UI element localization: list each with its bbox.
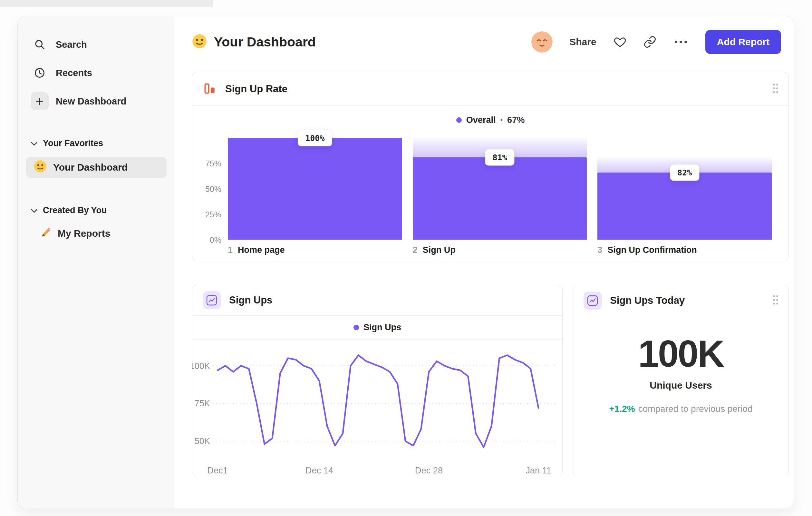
page-title: Your Dashboard [214,34,316,50]
copy-link-icon[interactable] [643,35,656,48]
funnel-step-label: 1Home page [228,245,402,255]
funnel-legend: Overall • 67% [192,106,788,134]
search-icon [31,35,49,54]
delta-value: +1.2% [609,404,635,414]
funnel-value-tooltip: 81% [485,149,514,165]
funnel-x-labels: 1Home page2Sign Up3Sign Up Confirmation [192,245,788,255]
metric-value: 100K [573,332,788,375]
funnel-bar-column: 82% [598,138,772,240]
signups-line-chart[interactable]: 100K75K50KDec1Dec 14Dec 28Jan 11 [192,341,562,476]
funnel-step-number: 1 [228,245,233,255]
svg-text:Jan 11: Jan 11 [526,465,551,476]
line-chart-icon [584,292,602,309]
funnel-y-tick: 75% [205,159,221,168]
funnel-y-tick: 0% [210,236,221,245]
svg-text:75K: 75K [195,398,210,408]
funnel-y-tick: 50% [205,185,221,194]
card-title: Sign Ups Today [610,295,685,306]
legend-dot [456,117,462,123]
funnel-bar[interactable] [598,172,772,240]
funnel-step-name: Sign Up Confirmation [607,245,697,255]
window-edge-artifact [0,0,213,7]
funnel-bar[interactable] [228,138,402,240]
app-window: Search Recents New Dashboard Your Favori… [18,16,794,509]
funnel-step-label: 2Sign Up [413,245,587,255]
funnel-step-name: Sign Up [423,245,456,255]
avatar[interactable] [531,31,553,53]
legend-value: 67% [507,115,525,125]
drag-handle-icon[interactable] [772,295,779,306]
signups-card: Sign Ups Sign Ups 100K75K50KDec1Dec 14De… [192,285,562,476]
signups-today-card: Sign Ups Today 100K Unique Users +1.2%co… [573,285,789,476]
svg-text:Dec1: Dec1 [207,465,228,476]
more-options-icon[interactable] [673,40,689,44]
sidebar-item-label: Search [56,39,87,50]
svg-text:Dec 14: Dec 14 [306,465,333,476]
funnel-step-number: 3 [598,245,602,255]
funnel-bar-column: 100% [228,138,402,240]
funnel-step-number: 2 [413,245,417,255]
funnel-y-axis: 75%50%25%0% [201,138,228,240]
svg-text:50K: 50K [195,436,210,446]
funnel-bar-column: 81% [413,138,587,240]
share-button[interactable]: Share [569,36,596,47]
signup-rate-card: Sign Up Rate Overall • 67% 75%50%25%0% 1… [192,72,789,261]
section-label: Your Favorites [43,138,103,148]
sidebar-item-recents[interactable]: Recents [31,62,167,83]
funnel-plot[interactable]: 100%81%82% [228,138,772,240]
sidebar: Search Recents New Dashboard Your Favori… [18,16,175,509]
smiley-icon [34,160,47,175]
plus-icon [31,92,49,110]
legend-label: Overall [466,115,496,125]
clock-icon [31,64,49,82]
delta-description: compared to previous period [638,404,753,414]
legend-separator: • [500,116,503,124]
section-label: Created By You [43,206,107,215]
line-chart-icon [203,291,221,309]
sidebar-item-new-dashboard[interactable]: New Dashboard [31,91,167,112]
chevron-down-icon [31,206,38,215]
svg-text:100K: 100K [192,360,210,371]
favorite-heart-icon[interactable] [613,35,627,48]
funnel-step-name: Home page [238,245,285,255]
sidebar-item-your-dashboard[interactable]: Your Dashboard [26,157,167,178]
card-title: Sign Ups [229,294,272,306]
legend-dot [353,325,359,330]
metric-label: Unique Users [573,380,788,391]
section-created-by-you[interactable]: Created By You [31,202,167,218]
drag-handle-icon[interactable] [772,83,779,95]
signups-legend: Sign Ups [192,316,562,339]
legend-label: Sign Ups [364,323,401,332]
main-content: Your Dashboard Share Add Report [175,16,794,509]
pencil-icon [40,227,52,241]
card-title: Sign Up Rate [225,83,287,95]
funnel-value-tooltip: 100% [298,130,332,146]
smiley-icon [192,34,207,50]
add-report-button[interactable]: Add Report [705,30,781,54]
funnel-value-tooltip: 82% [670,164,699,181]
funnel-chart-icon [203,81,217,97]
funnel-y-tick: 25% [205,210,221,219]
svg-text:Dec 28: Dec 28 [415,465,443,476]
page-header: Your Dashboard Share Add Report [192,30,789,54]
sidebar-item-search[interactable]: Search [31,34,167,55]
section-your-favorites[interactable]: Your Favorites [31,135,167,151]
sidebar-item-label: Recents [56,68,92,78]
funnel-bar[interactable] [413,157,587,240]
sidebar-item-label: Your Dashboard [53,162,127,173]
metric-delta-row: +1.2%compared to previous period [573,404,788,414]
sidebar-item-label: New Dashboard [56,96,126,107]
funnel-step-label: 3Sign Up Confirmation [598,245,772,255]
funnel-body: 75%50%25%0% 100%81%82% [192,138,788,240]
chevron-down-icon [31,138,38,148]
sidebar-item-label: My Reports [58,228,110,239]
sidebar-item-my-reports[interactable]: My Reports [31,224,167,243]
